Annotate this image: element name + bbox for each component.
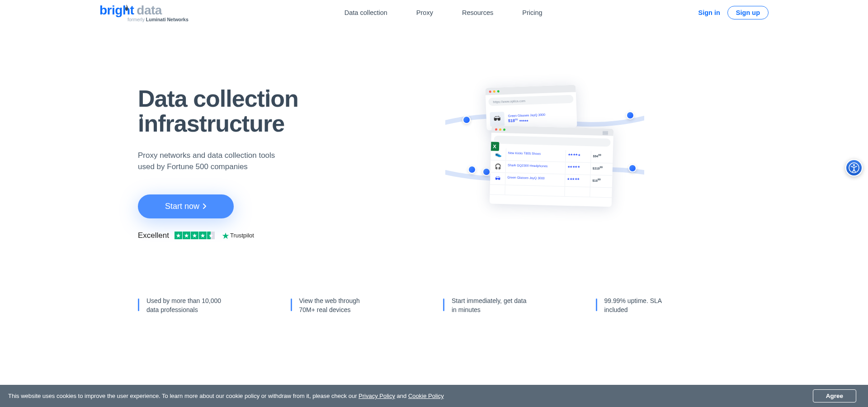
chevron-right-icon	[203, 204, 207, 209]
star-icon	[191, 232, 198, 239]
row-icon: 🕶	[490, 172, 506, 185]
traffic-red-icon	[495, 128, 497, 130]
row-name: Shark GQ2300 Headphones	[506, 161, 566, 174]
url-bar	[494, 136, 610, 147]
illus-browser-front: X 👟 New Kicks T805 Shoes ★★★★★ $9499	[490, 125, 613, 207]
title-i-2: i	[138, 111, 144, 136]
benefit-3: Start immediately, get data in minutes	[443, 297, 578, 314]
traffic-red-icon	[489, 90, 491, 93]
star-icon	[183, 232, 190, 239]
trust-stars	[175, 232, 215, 239]
product-info: Green Glasses JayQ 3000 $1899 ★★★★★	[508, 113, 545, 124]
star-icon	[199, 232, 207, 239]
nav-pricing[interactable]: Pricing	[522, 9, 542, 16]
hero-illustration: https://www.optica.com 🕶 Green Glasses J…	[359, 84, 730, 242]
star-icon	[207, 232, 215, 239]
row-stars: ★★★★★	[566, 150, 591, 162]
url-bar: https://www.optica.com	[488, 95, 574, 106]
benefit-text: Start immediately, get data in minutes	[452, 297, 528, 314]
nav-resources[interactable]: Resources	[462, 9, 493, 16]
benefit-text: View the web through 70M+ real devices	[299, 297, 376, 314]
hero-section: Data collection infrastructure Proxy net…	[0, 25, 868, 270]
pipe-node-icon	[468, 166, 476, 174]
trust-rating-label: Excellent	[138, 231, 169, 240]
accessibility-icon	[849, 162, 859, 173]
row-stars: ★★★★★	[566, 162, 591, 175]
row-name: New Kicks T805 Shoes	[506, 148, 566, 161]
traffic-yellow-icon	[499, 128, 501, 130]
hero-subtitle: Proxy networks and data collection tools…	[138, 150, 292, 173]
trustpilot-star-icon	[222, 232, 229, 239]
benefits-row: Used by more than 10,000 data profession…	[0, 270, 868, 350]
trustpilot-brand: Trustpilot	[222, 232, 254, 239]
nav-data-collection[interactable]: Data collection	[344, 9, 387, 16]
illus-browser-back: https://www.optica.com 🕶 Green Glasses J…	[485, 85, 577, 131]
illustration-canvas: https://www.optica.com 🕶 Green Glasses J…	[450, 86, 640, 240]
benefit-bar-icon	[596, 298, 597, 311]
benefit-1: Used by more than 10,000 data profession…	[138, 297, 273, 314]
logo-part2: data	[137, 3, 162, 18]
benefit-bar-icon	[138, 298, 139, 311]
hero-left: Data collection infrastructure Proxy net…	[138, 86, 332, 240]
benefit-text: Used by more than 10,000 data profession…	[146, 297, 223, 314]
row-price: $31999	[591, 163, 613, 175]
logo: bright data	[99, 3, 189, 18]
hero-title: Data collection infrastructure	[138, 86, 332, 136]
product-tile-icon: 🕶	[490, 112, 505, 127]
signin-link[interactable]: Sign in	[698, 9, 720, 16]
star-icon	[175, 232, 182, 239]
traffic-green-icon	[503, 128, 505, 131]
accessibility-button[interactable]	[845, 159, 863, 176]
logo-block[interactable]: bright data formerly Luminati Networks	[99, 3, 189, 22]
benefit-bar-icon	[443, 298, 444, 311]
benefit-text: 99.99% uptime. SLA included	[604, 297, 681, 314]
signup-button[interactable]: Sign up	[727, 6, 769, 19]
flame-icon	[124, 0, 129, 6]
benefit-bar-icon	[291, 298, 292, 311]
browser-front-body: 👟 New Kicks T805 Shoes ★★★★★ $9499 🎧 Sha…	[490, 146, 613, 207]
main-nav: Data collection Proxy Resources Pricing	[344, 9, 542, 16]
row-price: $1899	[590, 175, 613, 187]
pipe-node-icon	[628, 164, 637, 172]
row-price: $9499	[591, 151, 613, 163]
trustpilot-label: Trustpilot	[230, 232, 254, 239]
flame-icon	[138, 102, 143, 109]
pipe-node-icon	[462, 116, 471, 124]
benefit-4: 99.99% uptime. SLA included	[596, 297, 731, 314]
svg-point-1	[853, 164, 855, 166]
main-header: bright data formerly Luminati Networks D…	[0, 0, 868, 25]
nav-proxy[interactable]: Proxy	[416, 9, 433, 16]
auth-block: Sign in Sign up	[698, 6, 769, 19]
hamburger-icon	[603, 129, 610, 135]
title-i-1: i	[264, 86, 270, 111]
pipe-node-icon	[626, 111, 634, 119]
excel-icon: X	[490, 142, 500, 151]
flame-icon	[265, 77, 270, 84]
start-now-button[interactable]: Start now	[138, 194, 234, 218]
trustpilot-row[interactable]: Excellent Trustpilot	[138, 231, 332, 240]
row-name: Green Glasses JayQ 3000	[505, 173, 566, 186]
start-now-label: Start now	[165, 202, 199, 211]
traffic-yellow-icon	[493, 90, 495, 92]
pipe-node-icon	[482, 168, 491, 176]
row-icon: 🎧	[491, 160, 506, 172]
traffic-green-icon	[497, 90, 500, 92]
benefit-2: View the web through 70M+ real devices	[291, 297, 425, 314]
row-stars: ★★★★★	[565, 175, 591, 187]
browser-chrome	[485, 85, 576, 95]
